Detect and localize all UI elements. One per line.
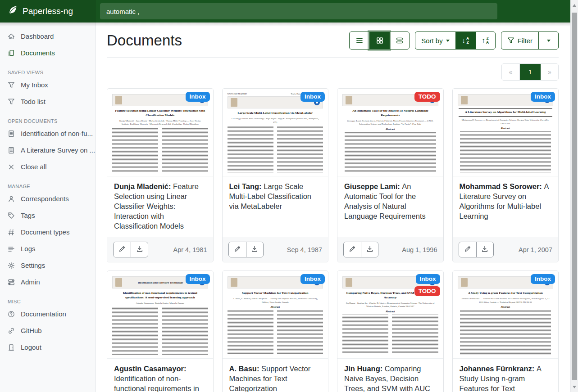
document-thumbnail[interactable]: Information and Software Technology Iden…	[107, 271, 213, 359]
document-thumbnail[interactable]: Feature Selection using Linear Classifie…	[107, 89, 213, 176]
document-card[interactable]: Feature Selection using Linear Classifie…	[107, 88, 214, 262]
sidebar: Dashboard Documents SAVED VIEWS My Inbox…	[0, 23, 96, 392]
documents-page: Documents	[96, 23, 570, 392]
elsevier-logo	[115, 96, 122, 104]
sort-descending-button[interactable]: ↓AZ	[455, 32, 475, 49]
grid-view-button[interactable]	[369, 32, 389, 49]
tag-badge-todo[interactable]: TODO	[414, 92, 440, 102]
download-document-button[interactable]	[246, 242, 263, 257]
list-view-button[interactable]	[350, 32, 369, 49]
thumbnail-text-body	[458, 310, 554, 356]
tag-badge-inbox[interactable]: Inbox	[186, 274, 210, 284]
tag-badge-inbox[interactable]: Inbox	[416, 274, 440, 284]
document-card[interactable]: Comparing Naive Bayes, Decision Trees, a…	[337, 270, 444, 392]
document-title[interactable]: A. Basu: Support Vector Machines for Tex…	[223, 359, 328, 392]
next-page-button[interactable]: »	[541, 64, 558, 80]
tag-badges: Inbox	[531, 274, 555, 284]
document-thumbnail[interactable]: Support Vector Machines for Text Categor…	[223, 271, 328, 359]
sidebar-item-logout[interactable]: Logout	[0, 339, 96, 356]
document-thumbnail[interactable]: An Automatic Tool for the Analysis of Na…	[337, 89, 443, 176]
detail-view-button[interactable]	[389, 32, 409, 49]
document-thumbnail[interactable]: WWW 2009 MADRID!Track: Data Mining / Ses…	[223, 89, 328, 176]
tag-badge-inbox[interactable]: Inbox	[531, 274, 555, 284]
thumbnail-paper-authors: Agustin Casamayor, Daniela Godoy, Marcel…	[116, 302, 205, 305]
edit-document-button[interactable]	[344, 242, 361, 257]
document-card[interactable]: WWW 2009 MADRID!Track: Data Mining / Ses…	[222, 88, 329, 262]
sidebar-item-correspondents[interactable]: Correspondents	[0, 190, 96, 207]
document-card[interactable]: Information and Software Technology Iden…	[107, 270, 214, 392]
search-input[interactable]	[100, 3, 497, 19]
edit-document-button[interactable]	[459, 242, 476, 257]
sidebar-item-tags[interactable]: Tags	[0, 207, 96, 224]
document-title[interactable]: Dunja Mladenić: Feature Selection using …	[107, 176, 213, 237]
sidebar-item-github[interactable]: GitHub	[0, 322, 96, 339]
edit-icon	[464, 245, 471, 254]
tag-badge-inbox[interactable]: Inbox	[300, 274, 325, 284]
download-document-button[interactable]	[476, 242, 493, 257]
filter-button[interactable]: Filter	[501, 32, 538, 49]
thumbnail-paper-title: A Study Using n-gram Features for Text C…	[460, 291, 551, 296]
tag-badge-todo[interactable]: TODO	[414, 286, 440, 296]
previous-page-button[interactable]: «	[502, 64, 519, 80]
scroll-up-arrow-icon[interactable]	[573, 4, 576, 7]
sidebar-item-label: Tags	[21, 212, 35, 219]
thumbnail-paper-title: An Automatic Tool for the Analysis of Na…	[345, 109, 436, 118]
sidebar-item-logs[interactable]: Logs	[0, 240, 96, 257]
tag-badge-inbox[interactable]: Inbox	[531, 92, 555, 102]
sidebar-item-documentation[interactable]: Documentation	[0, 306, 96, 322]
sidebar-item-label: Dashboard	[21, 32, 54, 40]
sidebar-item-settings[interactable]: Settings	[0, 257, 96, 274]
sidebar-item-identification-of-non-fu[interactable]: Identification of non-fu...	[0, 125, 96, 142]
paperless-app: Paperless-ng Dashboard Documents SAVED V…	[0, 0, 578, 392]
funnel-icon	[507, 37, 514, 44]
sidebar-item-my-inbox[interactable]: My Inbox	[0, 77, 96, 93]
document-thumbnail[interactable]: A Study Using n-gram Features for Text C…	[453, 271, 559, 359]
elsevier-logo	[461, 96, 468, 104]
download-document-button[interactable]	[361, 242, 378, 257]
elsevier-logo	[115, 278, 122, 287]
edit-document-button[interactable]	[229, 242, 246, 257]
download-document-button[interactable]	[131, 242, 148, 257]
sidebar-section-misc: MISC	[0, 299, 96, 304]
scroll-down-arrow-icon[interactable]	[573, 386, 576, 388]
sidebar-item-a-literature-survey-on[interactable]: A Literature Survey on ...	[0, 142, 96, 158]
document-card[interactable]: A Literature Survey on Algorithms for Mu…	[452, 88, 559, 262]
thumbnail-text-column	[345, 132, 436, 173]
sidebar-item-admin[interactable]: Admin	[0, 274, 96, 290]
document-card[interactable]: Support Vector Machines for Text Categor…	[222, 270, 329, 392]
document-card[interactable]: An Automatic Tool for the Analysis of Na…	[337, 88, 444, 262]
document-title[interactable]: Giuseppe Lami: An Automatic Tool for the…	[337, 176, 443, 237]
document-title[interactable]: Mohammad S Sorower: A Literature Survey …	[453, 176, 559, 237]
document-date: Sep 4, 1987	[287, 246, 322, 253]
page-scrollbar[interactable]	[570, 0, 578, 392]
sidebar-item-document-types[interactable]: Document types	[0, 224, 96, 240]
edit-document-button[interactable]	[114, 242, 131, 257]
document-title[interactable]: Johannes Fürnkranz: A Study Using n-gram…	[453, 359, 559, 392]
sidebar-item-todo-list[interactable]: Todo list	[0, 93, 96, 110]
document-title[interactable]: Lei Tang: Large Scale Multi-Label Classi…	[223, 176, 328, 237]
sort-group: Sort by ↓AZ ↑ZA	[415, 32, 496, 50]
thumbnail-abstract-label: Abstract	[228, 306, 323, 308]
current-page-button[interactable]: 1	[519, 64, 541, 80]
document-thumbnail[interactable]: A Literature Survey on Algorithms for Mu…	[453, 89, 559, 176]
download-icon	[366, 245, 373, 254]
tag-badge-inbox[interactable]: Inbox	[186, 92, 210, 102]
scrollbar-thumb[interactable]	[572, 13, 577, 380]
link-icon	[8, 327, 15, 334]
document-title[interactable]: Jin Huang: Comparing Naive Bayes, Decisi…	[337, 359, 443, 392]
sidebar-item-label: Logout	[21, 343, 41, 351]
filter-dropdown-button[interactable]	[538, 32, 558, 49]
sidebar-item-dashboard[interactable]: Dashboard	[0, 28, 96, 45]
sidebar-item-close-all[interactable]: Close all	[0, 158, 96, 175]
sort-by-button[interactable]: Sort by	[415, 32, 455, 49]
sidebar-item-documents[interactable]: Documents	[0, 45, 96, 61]
app-brand[interactable]: Paperless-ng	[0, 0, 96, 23]
thumbnail-text-column	[162, 128, 208, 172]
document-card[interactable]: A Study Using n-gram Features for Text C…	[452, 270, 559, 392]
tag-badge-inbox[interactable]: Inbox	[300, 92, 325, 102]
gear-icon	[8, 262, 15, 269]
tag-badges: Inbox	[300, 274, 325, 284]
hash-icon	[8, 229, 15, 236]
sort-ascending-button[interactable]: ↑ZA	[475, 32, 495, 49]
document-title[interactable]: Agustin Casamayor: Identification of non…	[107, 359, 213, 392]
